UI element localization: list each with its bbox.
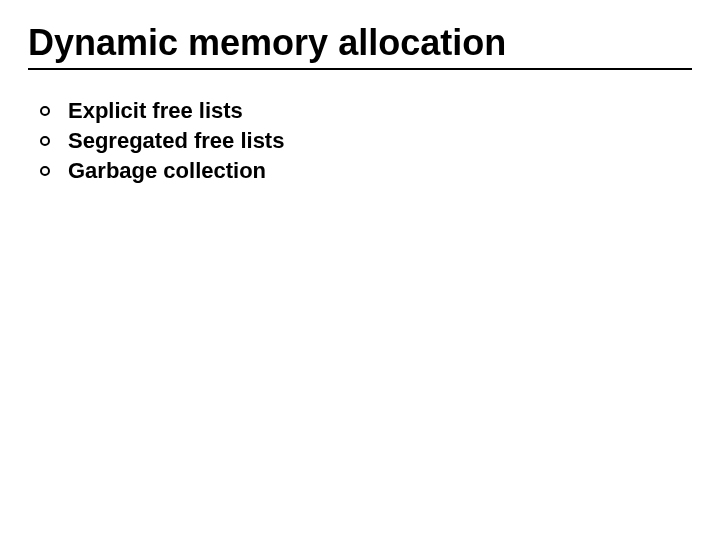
bullet-text: Explicit free lists — [68, 98, 243, 124]
bullet-text: Garbage collection — [68, 158, 266, 184]
list-item: Explicit free lists — [40, 98, 284, 124]
list-item: Garbage collection — [40, 158, 284, 184]
bullet-text: Segregated free lists — [68, 128, 284, 154]
bullet-circle-icon — [40, 166, 50, 176]
slide-title: Dynamic memory allocation — [28, 22, 692, 70]
list-item: Segregated free lists — [40, 128, 284, 154]
bullet-list: Explicit free lists Segregated free list… — [40, 98, 284, 188]
bullet-circle-icon — [40, 136, 50, 146]
bullet-circle-icon — [40, 106, 50, 116]
